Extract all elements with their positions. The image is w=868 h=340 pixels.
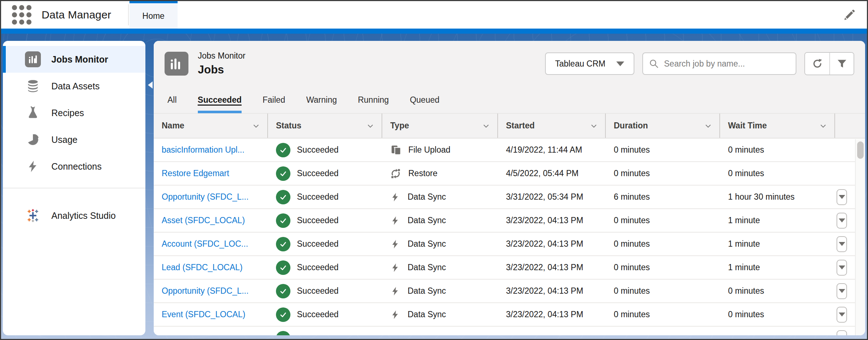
chevron-down-icon [616,61,624,66]
duration-value: 0 minutes [606,145,720,155]
tableau-logo-icon [25,209,41,222]
row-actions-dropdown-button[interactable] [837,236,847,252]
search-box [642,52,796,75]
bolt-icon [25,160,41,173]
column-header-duration[interactable]: Duration [606,114,720,138]
row-actions-dropdown-button[interactable] [837,330,847,336]
type-label: Data Sync [408,216,446,225]
duration-value: 0 minutes [606,310,720,319]
scrollbar-thumb[interactable] [857,141,864,159]
job-name-link[interactable]: basicInformation Upl... [162,145,244,155]
tab-succeeded[interactable]: Succeeded [198,95,242,113]
duration-value: 6 minutes [606,192,720,202]
row-actions-dropdown-button[interactable] [837,283,847,299]
table-row: Opportunity (SFDC_L... Succeeded Data Sy… [154,186,855,209]
tab-all[interactable]: All [167,95,177,113]
job-name-link[interactable]: Opportunity (SFDC_L... [162,286,248,296]
status-label: Succeeded [297,239,339,249]
duration-value: 0 minutes [606,169,720,178]
table-row: Account (SFDC_LOC... Succeeded Data Sync… [154,233,855,256]
job-name-link[interactable]: Opportunity (SFDC_L... [162,192,248,202]
row-actions-dropdown-button[interactable] [837,307,847,323]
job-name-link[interactable]: Restore Edgemart [162,169,229,178]
sidebar-item-label: Analytics Studio [51,211,116,221]
success-check-icon [276,307,290,322]
type-label: Data Sync [408,192,446,202]
chevron-down-icon [839,313,845,316]
table-header-row: Name Status Type Started [154,113,865,139]
dataset-selector-dropdown[interactable]: Tableau CRM [545,52,634,75]
tab-failed[interactable]: Failed [263,95,285,113]
job-name-link[interactable]: Asset (SFDC_LOCAL) [162,216,245,225]
search-icon [649,59,659,69]
sidebar-item-recipes[interactable]: Recipes [3,99,145,126]
tab-home[interactable]: Home [129,1,178,29]
column-header-name[interactable]: Name [154,114,268,138]
sidebar-item-label: Connections [51,161,102,172]
status-label: Succeeded [297,286,339,296]
tab-home-label: Home [142,11,165,21]
type-label: Data Sync [408,263,446,272]
sidebar-collapse-arrow-icon[interactable] [148,81,153,89]
sidebar-item-jobs-monitor[interactable]: Jobs Monitor [3,46,145,73]
sidebar-item-label: Usage [51,135,77,145]
table-row-partial [154,327,855,335]
success-check-icon [276,284,290,298]
filter-button[interactable] [829,53,854,75]
row-actions-dropdown-button[interactable] [837,189,847,205]
success-check-icon [276,166,290,181]
header-divider [128,4,129,25]
table-row: basicInformation Upl... Succeeded [154,139,855,162]
row-actions-dropdown-button[interactable] [837,213,847,229]
wait-time-value: 0 minutes [720,310,835,319]
chevron-down-icon [839,195,845,199]
sidebar-item-usage[interactable]: Usage [3,126,145,153]
sidebar-item-analytics-studio[interactable]: Analytics Studio [3,202,145,229]
chevron-down-icon[interactable] [366,122,374,130]
edit-navigation-button[interactable] [843,8,856,21]
bolt-icon [390,239,400,249]
tab-queued[interactable]: Queued [410,95,439,113]
sidebar-item-label: Jobs Monitor [51,54,108,65]
type-label: Restore [408,169,438,178]
bolt-icon [390,263,400,273]
jobs-table: Name Status Type Started [154,113,865,335]
column-header-status[interactable]: Status [268,114,382,138]
breadcrumb: Jobs Monitor [198,51,246,61]
started-value: 3/23/2022, 04:13 PM [498,310,606,319]
tab-running[interactable]: Running [358,95,389,113]
tab-warning[interactable]: Warning [306,95,337,113]
wait-time-value: 1 hour 30 minutes [720,192,835,202]
chevron-down-icon[interactable] [482,122,490,130]
panel-header: Jobs Monitor Jobs Tableau CRM [154,41,865,113]
job-name-link[interactable]: Lead (SFDC_LOCAL) [162,263,243,272]
chevron-down-icon [839,242,845,246]
chevron-down-icon[interactable] [819,122,827,130]
row-actions-dropdown-button[interactable] [837,260,847,276]
sidebar-item-connections[interactable]: Connections [3,153,145,180]
column-header-started[interactable]: Started [498,114,606,138]
refresh-button[interactable] [805,53,829,75]
status-label: Succeeded [297,263,339,272]
column-header-wait-time[interactable]: Wait Time [720,114,835,138]
app-launcher-waffle-icon[interactable] [11,4,32,25]
chevron-down-icon[interactable] [704,122,712,130]
job-name-link[interactable]: Account (SFDC_LOC... [162,239,248,249]
chevron-down-icon [839,289,845,293]
job-name-link[interactable]: Event (SFDC_LOCAL) [162,310,245,319]
status-label: Succeeded [297,192,339,202]
type-label: File Upload [408,145,450,155]
column-header-type[interactable]: Type [382,114,498,138]
chevron-down-icon[interactable] [590,122,598,130]
sidebar-item-data-assets[interactable]: Data Assets [3,73,145,99]
table-row: Asset (SFDC_LOCAL) Succeeded Data Sync 3… [154,209,855,233]
wait-time-value: 1 minute [720,239,835,249]
duration-value: 0 minutes [606,286,720,296]
status-label: Succeeded [297,169,339,178]
chevron-down-icon[interactable] [252,122,260,130]
search-input[interactable] [664,59,790,69]
chevron-down-icon [839,218,845,222]
table-row: Event (SFDC_LOCAL) Succeeded Data Sync 3… [154,303,855,327]
sidebar-item-label: Recipes [51,108,84,118]
table-scrollbar[interactable] [855,139,865,335]
